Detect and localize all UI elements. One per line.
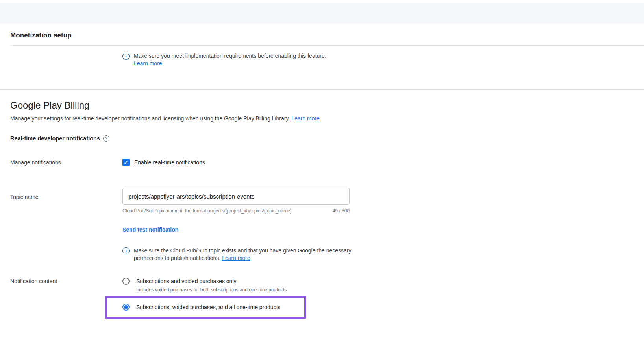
radio-option-description: Includes voided purchases for both subsc…: [136, 287, 306, 293]
notification-content-row: Notification content Subscriptions and v…: [10, 278, 644, 319]
radio-option-all-products: Subscriptions, voided purchases, and all…: [122, 304, 296, 311]
radio-option-subscriptions-only: Subscriptions and voided purchases only …: [122, 278, 306, 293]
radio-button-selected[interactable]: [122, 304, 130, 311]
highlighted-option-box: Subscriptions, voided purchases, and all…: [105, 296, 306, 319]
billing-learn-more-link[interactable]: Learn more: [291, 115, 320, 122]
enable-notifications-checkbox[interactable]: ✓: [122, 159, 130, 166]
page-header: Monetization setup: [0, 24, 644, 39]
pubsub-notice-line1: Make sure the Cloud Pub/Sub topic exists…: [134, 247, 352, 254]
info-icon: i: [122, 53, 130, 60]
rtdn-subsection-title: Real-time developer notifications ?: [10, 135, 644, 142]
page-title: Monetization setup: [10, 31, 644, 39]
topic-name-helper-row: Cloud Pub/Sub topic name in the format p…: [122, 208, 350, 214]
radio-option-row: Subscriptions and voided purchases only: [122, 278, 306, 285]
manage-notifications-row: Manage notifications ✓ Enable real-time …: [10, 159, 644, 166]
radio-option-label: Subscriptions, voided purchases, and all…: [136, 304, 281, 310]
send-test-notification-link[interactable]: Send test notification: [122, 227, 178, 233]
topic-name-helper-text: Cloud Pub/Sub topic name in the format p…: [122, 208, 292, 214]
section-title: Google Play Billing: [10, 100, 644, 111]
radio-button-unselected[interactable]: [122, 278, 130, 285]
enable-notifications-control: ✓ Enable real-time notifications: [122, 159, 205, 166]
section-description: Manage your settings for real-time devel…: [10, 115, 644, 122]
topic-name-field-group: Cloud Pub/Sub topic name in the format p…: [122, 188, 350, 214]
topic-name-row: Topic name Cloud Pub/Sub topic name in t…: [10, 188, 644, 214]
learn-more-link[interactable]: Learn more: [134, 60, 162, 66]
info-icon: i: [122, 247, 130, 254]
topic-name-input[interactable]: [122, 188, 350, 205]
header-divider: [10, 45, 644, 46]
section-divider: [0, 89, 644, 90]
send-test-row-spacer: [10, 227, 122, 227]
pubsub-notice-line2: permissions to publish notifications.: [134, 255, 220, 261]
google-play-billing-section: Google Play Billing Manage your settings…: [0, 100, 644, 337]
bottom-spacer: [10, 319, 644, 337]
implementation-requirements-notice: i Make sure you meet implementation requ…: [122, 52, 644, 67]
topic-name-label: Topic name: [10, 188, 122, 200]
notification-content-options: Subscriptions and voided purchases only …: [122, 278, 306, 319]
notice-text-block: Make sure you meet implementation requir…: [134, 52, 326, 67]
pubsub-permissions-notice: i Make sure the Cloud Pub/Sub topic exis…: [122, 247, 644, 262]
top-app-bar: [0, 3, 644, 24]
pubsub-notice-text-block: Make sure the Cloud Pub/Sub topic exists…: [134, 247, 352, 262]
enable-notifications-label: Enable real-time notifications: [134, 159, 205, 166]
character-counter: 49 / 300: [333, 208, 350, 214]
section-description-text: Manage your settings for real-time devel…: [10, 115, 290, 122]
radio-option-label: Subscriptions and voided purchases only: [136, 278, 237, 284]
pubsub-learn-more-link[interactable]: Learn more: [222, 255, 250, 261]
help-icon[interactable]: ?: [103, 135, 109, 142]
notification-content-label: Notification content: [10, 278, 122, 284]
rtdn-subsection-label: Real-time developer notifications: [10, 135, 100, 142]
send-test-row: Send test notification: [10, 227, 644, 233]
manage-notifications-label: Manage notifications: [10, 159, 122, 166]
notice-text: Make sure you meet implementation requir…: [134, 53, 326, 59]
